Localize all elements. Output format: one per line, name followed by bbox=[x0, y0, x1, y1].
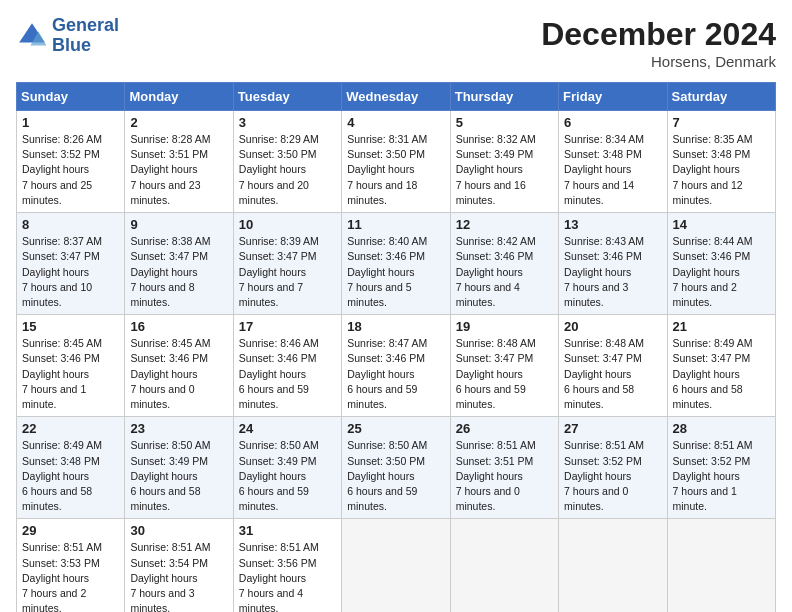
calendar-cell: 24 Sunrise: 8:50 AM Sunset: 3:49 PM Dayl… bbox=[233, 417, 341, 519]
month-year-title: December 2024 bbox=[541, 16, 776, 53]
day-info: Sunrise: 8:37 AM Sunset: 3:47 PM Dayligh… bbox=[22, 234, 119, 310]
logo-text: General Blue bbox=[52, 16, 119, 56]
day-number: 25 bbox=[347, 421, 444, 436]
week-row-5: 29 Sunrise: 8:51 AM Sunset: 3:53 PM Dayl… bbox=[17, 519, 776, 612]
day-info: Sunrise: 8:42 AM Sunset: 3:46 PM Dayligh… bbox=[456, 234, 553, 310]
day-number: 26 bbox=[456, 421, 553, 436]
col-sunday: Sunday bbox=[17, 83, 125, 111]
day-number: 22 bbox=[22, 421, 119, 436]
day-info: Sunrise: 8:35 AM Sunset: 3:48 PM Dayligh… bbox=[673, 132, 770, 208]
day-info: Sunrise: 8:51 AM Sunset: 3:56 PM Dayligh… bbox=[239, 540, 336, 612]
day-number: 10 bbox=[239, 217, 336, 232]
calendar-cell: 3 Sunrise: 8:29 AM Sunset: 3:50 PM Dayli… bbox=[233, 111, 341, 213]
day-info: Sunrise: 8:50 AM Sunset: 3:49 PM Dayligh… bbox=[239, 438, 336, 514]
calendar-cell bbox=[342, 519, 450, 612]
day-info: Sunrise: 8:50 AM Sunset: 3:49 PM Dayligh… bbox=[130, 438, 227, 514]
day-info: Sunrise: 8:31 AM Sunset: 3:50 PM Dayligh… bbox=[347, 132, 444, 208]
header-row: Sunday Monday Tuesday Wednesday Thursday… bbox=[17, 83, 776, 111]
day-info: Sunrise: 8:45 AM Sunset: 3:46 PM Dayligh… bbox=[22, 336, 119, 412]
day-info: Sunrise: 8:51 AM Sunset: 3:54 PM Dayligh… bbox=[130, 540, 227, 612]
day-number: 11 bbox=[347, 217, 444, 232]
col-monday: Monday bbox=[125, 83, 233, 111]
calendar-cell: 20 Sunrise: 8:48 AM Sunset: 3:47 PM Dayl… bbox=[559, 315, 667, 417]
calendar-cell: 25 Sunrise: 8:50 AM Sunset: 3:50 PM Dayl… bbox=[342, 417, 450, 519]
day-number: 7 bbox=[673, 115, 770, 130]
calendar-cell bbox=[667, 519, 775, 612]
col-thursday: Thursday bbox=[450, 83, 558, 111]
week-row-3: 15 Sunrise: 8:45 AM Sunset: 3:46 PM Dayl… bbox=[17, 315, 776, 417]
calendar-cell bbox=[450, 519, 558, 612]
calendar-cell: 12 Sunrise: 8:42 AM Sunset: 3:46 PM Dayl… bbox=[450, 213, 558, 315]
calendar-cell: 29 Sunrise: 8:51 AM Sunset: 3:53 PM Dayl… bbox=[17, 519, 125, 612]
day-number: 19 bbox=[456, 319, 553, 334]
day-number: 8 bbox=[22, 217, 119, 232]
col-friday: Friday bbox=[559, 83, 667, 111]
day-info: Sunrise: 8:51 AM Sunset: 3:52 PM Dayligh… bbox=[673, 438, 770, 514]
day-number: 4 bbox=[347, 115, 444, 130]
day-info: Sunrise: 8:26 AM Sunset: 3:52 PM Dayligh… bbox=[22, 132, 119, 208]
logo-icon bbox=[16, 20, 48, 52]
day-info: Sunrise: 8:46 AM Sunset: 3:46 PM Dayligh… bbox=[239, 336, 336, 412]
calendar-cell bbox=[559, 519, 667, 612]
day-info: Sunrise: 8:49 AM Sunset: 3:48 PM Dayligh… bbox=[22, 438, 119, 514]
day-number: 5 bbox=[456, 115, 553, 130]
calendar-cell: 9 Sunrise: 8:38 AM Sunset: 3:47 PM Dayli… bbox=[125, 213, 233, 315]
calendar-cell: 1 Sunrise: 8:26 AM Sunset: 3:52 PM Dayli… bbox=[17, 111, 125, 213]
day-info: Sunrise: 8:49 AM Sunset: 3:47 PM Dayligh… bbox=[673, 336, 770, 412]
day-number: 28 bbox=[673, 421, 770, 436]
day-number: 17 bbox=[239, 319, 336, 334]
calendar-cell: 14 Sunrise: 8:44 AM Sunset: 3:46 PM Dayl… bbox=[667, 213, 775, 315]
calendar-cell: 4 Sunrise: 8:31 AM Sunset: 3:50 PM Dayli… bbox=[342, 111, 450, 213]
col-saturday: Saturday bbox=[667, 83, 775, 111]
day-info: Sunrise: 8:32 AM Sunset: 3:49 PM Dayligh… bbox=[456, 132, 553, 208]
col-tuesday: Tuesday bbox=[233, 83, 341, 111]
day-info: Sunrise: 8:29 AM Sunset: 3:50 PM Dayligh… bbox=[239, 132, 336, 208]
day-info: Sunrise: 8:47 AM Sunset: 3:46 PM Dayligh… bbox=[347, 336, 444, 412]
week-row-4: 22 Sunrise: 8:49 AM Sunset: 3:48 PM Dayl… bbox=[17, 417, 776, 519]
day-info: Sunrise: 8:28 AM Sunset: 3:51 PM Dayligh… bbox=[130, 132, 227, 208]
location-subtitle: Horsens, Denmark bbox=[541, 53, 776, 70]
logo: General Blue bbox=[16, 16, 119, 56]
calendar-cell: 8 Sunrise: 8:37 AM Sunset: 3:47 PM Dayli… bbox=[17, 213, 125, 315]
day-number: 29 bbox=[22, 523, 119, 538]
day-number: 9 bbox=[130, 217, 227, 232]
calendar-cell: 15 Sunrise: 8:45 AM Sunset: 3:46 PM Dayl… bbox=[17, 315, 125, 417]
day-number: 12 bbox=[456, 217, 553, 232]
col-wednesday: Wednesday bbox=[342, 83, 450, 111]
day-number: 16 bbox=[130, 319, 227, 334]
day-info: Sunrise: 8:39 AM Sunset: 3:47 PM Dayligh… bbox=[239, 234, 336, 310]
day-info: Sunrise: 8:43 AM Sunset: 3:46 PM Dayligh… bbox=[564, 234, 661, 310]
day-number: 20 bbox=[564, 319, 661, 334]
page-header: General Blue December 2024 Horsens, Denm… bbox=[16, 16, 776, 70]
calendar-cell: 31 Sunrise: 8:51 AM Sunset: 3:56 PM Dayl… bbox=[233, 519, 341, 612]
calendar-cell: 22 Sunrise: 8:49 AM Sunset: 3:48 PM Dayl… bbox=[17, 417, 125, 519]
day-number: 21 bbox=[673, 319, 770, 334]
day-number: 27 bbox=[564, 421, 661, 436]
calendar-table: Sunday Monday Tuesday Wednesday Thursday… bbox=[16, 82, 776, 612]
title-block: December 2024 Horsens, Denmark bbox=[541, 16, 776, 70]
calendar-cell: 5 Sunrise: 8:32 AM Sunset: 3:49 PM Dayli… bbox=[450, 111, 558, 213]
calendar-cell: 27 Sunrise: 8:51 AM Sunset: 3:52 PM Dayl… bbox=[559, 417, 667, 519]
day-number: 1 bbox=[22, 115, 119, 130]
calendar-cell: 30 Sunrise: 8:51 AM Sunset: 3:54 PM Dayl… bbox=[125, 519, 233, 612]
calendar-cell: 17 Sunrise: 8:46 AM Sunset: 3:46 PM Dayl… bbox=[233, 315, 341, 417]
day-number: 2 bbox=[130, 115, 227, 130]
day-info: Sunrise: 8:45 AM Sunset: 3:46 PM Dayligh… bbox=[130, 336, 227, 412]
day-info: Sunrise: 8:51 AM Sunset: 3:51 PM Dayligh… bbox=[456, 438, 553, 514]
day-number: 24 bbox=[239, 421, 336, 436]
calendar-cell: 6 Sunrise: 8:34 AM Sunset: 3:48 PM Dayli… bbox=[559, 111, 667, 213]
day-number: 14 bbox=[673, 217, 770, 232]
day-info: Sunrise: 8:44 AM Sunset: 3:46 PM Dayligh… bbox=[673, 234, 770, 310]
calendar-cell: 11 Sunrise: 8:40 AM Sunset: 3:46 PM Dayl… bbox=[342, 213, 450, 315]
day-info: Sunrise: 8:34 AM Sunset: 3:48 PM Dayligh… bbox=[564, 132, 661, 208]
week-row-1: 1 Sunrise: 8:26 AM Sunset: 3:52 PM Dayli… bbox=[17, 111, 776, 213]
day-info: Sunrise: 8:38 AM Sunset: 3:47 PM Dayligh… bbox=[130, 234, 227, 310]
calendar-cell: 16 Sunrise: 8:45 AM Sunset: 3:46 PM Dayl… bbox=[125, 315, 233, 417]
calendar-cell: 21 Sunrise: 8:49 AM Sunset: 3:47 PM Dayl… bbox=[667, 315, 775, 417]
day-number: 13 bbox=[564, 217, 661, 232]
calendar-cell: 7 Sunrise: 8:35 AM Sunset: 3:48 PM Dayli… bbox=[667, 111, 775, 213]
day-number: 31 bbox=[239, 523, 336, 538]
day-number: 18 bbox=[347, 319, 444, 334]
day-info: Sunrise: 8:48 AM Sunset: 3:47 PM Dayligh… bbox=[564, 336, 661, 412]
calendar-cell: 2 Sunrise: 8:28 AM Sunset: 3:51 PM Dayli… bbox=[125, 111, 233, 213]
